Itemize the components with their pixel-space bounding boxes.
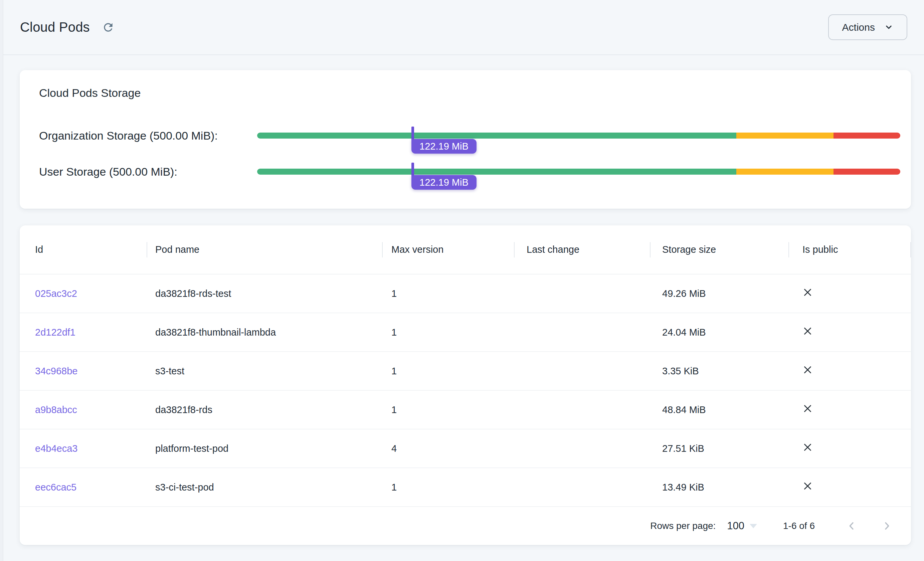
table-row: e4b4eca3 platform-test-pod 4 27.51 KiB — [20, 429, 911, 468]
column-header-max-version[interactable]: Max version — [383, 225, 514, 274]
rows-per-page-select[interactable]: 100 — [727, 520, 757, 532]
pagination-range-label: 1-6 of 6 — [783, 520, 815, 531]
table-row: 2d122df1 da3821f8-thumbnail-lambda 1 24.… — [20, 313, 911, 352]
not-public-close-icon — [802, 442, 813, 455]
page-header: Cloud Pods Actions — [0, 0, 924, 55]
cell-max-version: 1 — [383, 391, 514, 429]
column-header-label: Storage size — [662, 244, 716, 255]
storage-bar-track — [257, 133, 900, 139]
cell-storage-size: 24.04 MiB — [651, 313, 789, 351]
actions-button[interactable]: Actions — [828, 14, 907, 40]
refresh-button[interactable] — [100, 19, 117, 36]
cell-max-version: 1 — [383, 468, 514, 506]
actions-button-label: Actions — [842, 22, 875, 33]
cell-max-version: 4 — [383, 429, 514, 468]
not-public-close-icon — [802, 481, 813, 494]
storage-bar-track — [257, 169, 900, 175]
organization-storage-row: Organization Storage (500.00 MiB): 122.1… — [39, 128, 900, 143]
column-separator — [910, 242, 911, 258]
cell-pod-name: platform-test-pod — [147, 429, 383, 468]
table-header-row: Id Pod name Max version Last change Stor… — [20, 225, 911, 274]
cell-pod-name: s3-test — [147, 352, 383, 390]
column-header-is-public[interactable]: Is public — [789, 225, 911, 274]
cloud-pods-table-card: Id Pod name Max version Last change Stor… — [20, 225, 911, 545]
table-body: 025ac3c2 da3821f8-rds-test 1 49.26 MiB 2… — [20, 274, 911, 507]
not-public-close-icon — [802, 326, 813, 339]
column-header-id[interactable]: Id — [20, 225, 147, 274]
table-footer: Rows per page: 100 1-6 of 6 — [20, 507, 911, 545]
previous-page-button[interactable] — [843, 518, 860, 534]
window-left-edge — [0, 0, 3, 561]
chevron-right-icon — [882, 520, 892, 531]
organization-storage-bar: 122.19 MiB — [257, 133, 900, 139]
storage-card-title: Cloud Pods Storage — [39, 86, 900, 99]
cell-storage-size: 13.49 KiB — [651, 468, 789, 506]
pod-id-link[interactable]: e4b4eca3 — [35, 443, 78, 454]
user-storage-row: User Storage (500.00 MiB): 122.19 MiB — [39, 164, 900, 179]
cell-storage-size: 48.84 MiB — [651, 391, 789, 429]
column-header-storage-size[interactable]: Storage size — [651, 225, 789, 274]
storage-usage-badge: 122.19 MiB — [411, 139, 477, 154]
not-public-close-icon — [802, 404, 813, 416]
cell-max-version: 1 — [383, 274, 514, 312]
column-header-label: Last change — [526, 244, 579, 255]
column-header-pod-name[interactable]: Pod name — [147, 225, 383, 274]
pod-id-link[interactable]: 2d122df1 — [35, 327, 75, 338]
cell-max-version: 1 — [383, 313, 514, 351]
rows-per-page-label: Rows per page: — [650, 520, 716, 531]
column-header-label: Is public — [802, 244, 838, 255]
cell-storage-size: 27.51 KiB — [651, 429, 789, 468]
cell-max-version: 1 — [383, 352, 514, 390]
page-title: Cloud Pods — [20, 20, 90, 35]
organization-storage-label: Organization Storage (500.00 MiB): — [39, 128, 257, 143]
user-storage-label: User Storage (500.00 MiB): — [39, 164, 257, 179]
column-header-label: Id — [35, 244, 43, 255]
pod-id-link[interactable]: eec6cac5 — [35, 482, 76, 493]
storage-usage-badge: 122.19 MiB — [411, 175, 477, 190]
cell-last-change — [514, 313, 651, 351]
table-row: 34c968be s3-test 1 3.35 KiB — [20, 352, 911, 391]
cell-last-change — [514, 468, 651, 506]
cell-last-change — [514, 274, 651, 312]
not-public-close-icon — [802, 287, 813, 300]
cell-pod-name: da3821f8-rds — [147, 391, 383, 429]
cell-last-change — [514, 352, 651, 390]
column-header-label: Pod name — [155, 244, 200, 255]
chevron-left-icon — [846, 520, 857, 531]
table-row: 025ac3c2 da3821f8-rds-test 1 49.26 MiB — [20, 274, 911, 313]
dropdown-arrow-icon — [750, 524, 757, 528]
cell-pod-name: da3821f8-thumbnail-lambda — [147, 313, 383, 351]
cell-storage-size: 49.26 MiB — [651, 274, 789, 312]
cell-last-change — [514, 429, 651, 468]
cell-storage-size: 3.35 KiB — [651, 352, 789, 390]
not-public-close-icon — [802, 364, 813, 377]
cell-pod-name: da3821f8-rds-test — [147, 274, 383, 312]
rows-per-page-value: 100 — [727, 520, 744, 532]
cell-pod-name: s3-ci-test-pod — [147, 468, 383, 506]
pod-id-link[interactable]: a9b8abcc — [35, 404, 77, 416]
next-page-button[interactable] — [879, 518, 895, 534]
table-row: a9b8abcc da3821f8-rds 1 48.84 MiB — [20, 391, 911, 429]
pod-id-link[interactable]: 34c968be — [35, 366, 78, 376]
pod-id-link[interactable]: 025ac3c2 — [35, 288, 77, 299]
column-header-label: Max version — [392, 244, 444, 255]
user-storage-bar: 122.19 MiB — [257, 169, 900, 175]
chevron-down-icon — [884, 23, 893, 32]
table-row: eec6cac5 s3-ci-test-pod 1 13.49 KiB — [20, 468, 911, 507]
refresh-icon — [102, 21, 114, 34]
column-header-last-change[interactable]: Last change — [514, 225, 651, 274]
cell-last-change — [514, 391, 651, 429]
storage-card: Cloud Pods Storage Organization Storage … — [20, 70, 911, 209]
